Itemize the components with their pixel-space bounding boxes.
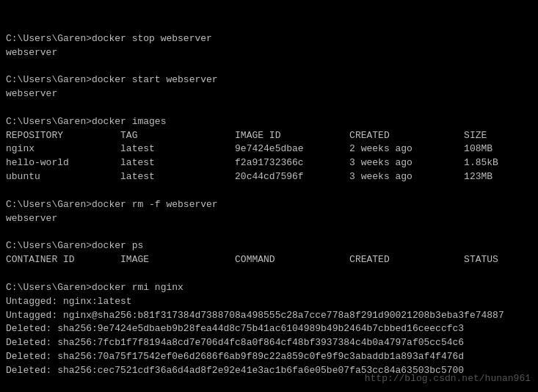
terminal-line: C:\Users\Garen>docker stop webserver <box>6 32 532 46</box>
terminal-line: C:\Users\Garen>docker images <box>6 115 532 129</box>
terminal-line: C:\Users\Garen>docker ps <box>6 239 532 253</box>
terminal-line <box>6 184 532 198</box>
terminal-line: webserver <box>6 87 532 101</box>
terminal-window: C:\Users\Garen>docker stop webserverwebs… <box>0 0 538 392</box>
terminal-line: ubuntu latest 20c44cd7596f 3 weeks ago 1… <box>6 170 532 184</box>
terminal-line: Deleted: sha256:70a75f17542ef0e6d2686f6a… <box>6 350 532 364</box>
terminal-line: webserver <box>6 212 532 226</box>
terminal-line: C:\Users\Garen>docker start webserver <box>6 73 532 87</box>
terminal-line: Deleted: sha256:7fcb1f7f8194a8cd7e706d4f… <box>6 336 532 350</box>
terminal-line: webserver <box>6 46 532 60</box>
terminal-line <box>6 101 532 115</box>
terminal-line: CONTAINER ID IMAGE COMMAND CREATED STATU… <box>6 253 532 267</box>
terminal-line: Untagged: nginx:latest <box>6 295 532 309</box>
terminal-line: C:\Users\Garen>docker rm -f webserver <box>6 198 532 212</box>
terminal-line <box>6 226 532 240</box>
terminal-output: C:\Users\Garen>docker stop webserverwebs… <box>6 32 532 392</box>
watermark: http://blog.csdn.net/hunan961 <box>365 372 531 386</box>
terminal-line <box>6 267 532 281</box>
terminal-line: Untagged: nginx@sha256:b81f317384d738870… <box>6 309 532 323</box>
terminal-line: nginx latest 9e7424e5dbae 2 weeks ago 10… <box>6 142 532 156</box>
terminal-line: hello-world latest f2a91732366c 3 weeks … <box>6 156 532 170</box>
terminal-line: C:\Users\Garen>docker rmi nginx <box>6 281 532 295</box>
terminal-line <box>6 59 532 73</box>
terminal-line: REPOSITORY TAG IMAGE ID CREATED SIZE <box>6 129 532 143</box>
terminal-line: Deleted: sha256:9e7424e5dbaeb9b28fea44d8… <box>6 322 532 336</box>
